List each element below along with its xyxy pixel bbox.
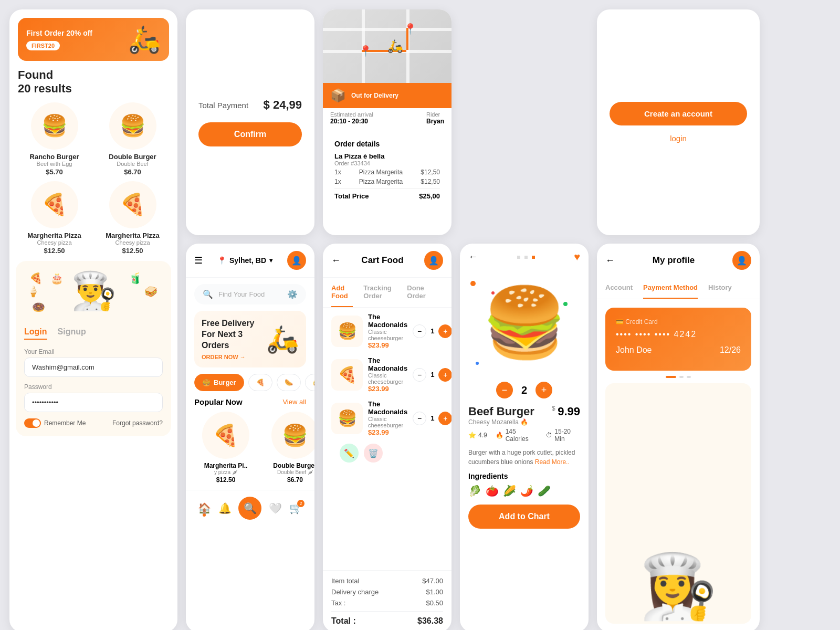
nav-home-icon[interactable]: 🏠 [198,502,211,514]
map-road-h1 [323,28,452,31]
login-link[interactable]: login [670,134,687,143]
arrival-label: Estimated arrival [330,111,373,118]
search-input[interactable]: Find Your Food [218,290,282,298]
food-image: 🍔 [31,102,78,150]
toggle-switch[interactable] [24,418,41,428]
deco-dot-3 [563,302,568,306]
tab-signup[interactable]: Signup [58,327,86,340]
food-name: Margherita Pizza [18,232,91,239]
time-stat: ⏱ 15-20 Min [546,428,580,443]
category-pizza[interactable]: 🍕 [248,374,272,391]
chef-profile-image: 👩‍🍳 [605,383,751,624]
nav-cart-icon[interactable]: 🛒2 [289,502,302,514]
remember-me-toggle[interactable]: Remember Me [24,418,86,428]
login-section: 🍕 🎂 🧃 🍦 🥪 🍩 👨‍🍳 Login Signup Your Email [16,261,171,436]
profile-title: My profile [653,255,695,266]
list-item[interactable]: 🍔 Rancho Burger Beef with Egg $5.70 [18,102,91,176]
forgot-password-link[interactable]: Forgot password? [112,419,163,427]
delivery-info-row: Estimated arrival 20:10 - 20:30 Rider Br… [323,108,452,128]
drink-deco-icon: 🧃 [129,272,142,285]
list-item: 🍕 The Macdonalds Classic cheeseburger $2… [331,356,443,393]
tab-payment-method[interactable]: Payment Method [643,277,698,299]
icecream-deco-icon: 🍦 [27,285,40,298]
qty-minus-button[interactable]: − [413,324,426,338]
list-item[interactable]: 🍕 Margherita Pizza Cheesy pizza $12.50 [96,181,169,255]
food-name: Margherita Pizza [96,232,169,239]
search-bar[interactable]: 🔍 Find Your Food ⚙️ [194,284,306,304]
order-total: Total Price $25,00 [334,188,440,200]
cake-deco-icon: 🎂 [50,272,64,285]
location-selector[interactable]: 📍 Sylhet, BD ▾ [217,256,272,265]
filter-icon[interactable]: ⚙️ [287,289,298,299]
pizza-cat-icon: 🍕 [256,379,265,386]
cart-back-icon[interactable]: ← [331,255,341,266]
quantity-control: − 1 + [413,324,452,338]
qty-plus-button[interactable]: + [536,382,552,398]
add-to-cart-button[interactable]: Add to Chart [468,505,580,529]
password-field[interactable] [24,393,163,412]
cart-item-info: The Macdonalds Classic cheeseburger $23.… [368,356,407,393]
qty-number: 1 [430,414,434,422]
back-button[interactable]: ← [468,251,478,262]
rider-info: Rider Bryan [426,111,444,125]
qty-plus-button[interactable]: + [438,324,452,338]
list-item[interactable]: 🍔 Double Burger Double Beef $6.70 [96,102,169,176]
hero-cta[interactable]: ORDER NOW → [202,354,266,360]
tab-login[interactable]: Login [24,327,47,340]
list-item[interactable]: 🍔 Double Burger Double Beef 🌶 $6.70 [264,412,314,484]
nav-heart-icon[interactable]: 🤍 [269,502,282,514]
hamburger-menu-icon[interactable]: ☰ [194,255,203,266]
scooter-icon: 🛵 [128,24,161,55]
delete-button[interactable]: 🗑️ [364,444,383,463]
chevron-down-icon: ▾ [269,257,272,264]
category-hotdog[interactable]: 🌭 [277,374,301,391]
order-item-1-qty: 1x [334,169,341,176]
confirm-button[interactable]: Confirm [198,122,302,146]
ingredient-item: 🥒 [538,485,551,497]
list-item[interactable]: 🍕 Margherita Pi.. y pizza 🌶 $12.50 [194,412,257,484]
cart-item-price: $23.99 [368,341,407,349]
user-avatar[interactable]: 👤 [287,251,306,270]
category-taco[interactable]: 🌮 [305,374,314,391]
cart-badge: 2 [297,500,304,507]
payment-amount: $ 24,99 [264,98,302,112]
popular-item-sub: Double Beef 🌶 [264,469,314,475]
profile-back-icon[interactable]: ← [605,255,615,266]
account-card: Create an account login [597,9,760,235]
qty-plus-button[interactable]: + [438,368,452,382]
cart-item-name: The Macdonalds [368,356,407,372]
total-value: $36.38 [417,616,443,626]
tab-add-food[interactable]: Add Food [331,278,353,307]
view-all-button[interactable]: View all [282,398,306,406]
order-item-1-price: $12,50 [421,169,440,176]
tab-done-order[interactable]: Done Order [407,278,433,307]
qty-minus-button[interactable]: − [496,382,513,398]
read-more-link[interactable]: Read More.. [535,458,570,466]
card-expiry: 12/26 [720,345,741,355]
cart-item-info: The Macdonalds Classic cheeseburger $23.… [368,400,407,436]
qty-plus-button[interactable]: + [438,412,452,425]
tab-account[interactable]: Account [605,277,633,299]
detail-header-dots [517,256,535,259]
qty-minus-button[interactable]: − [413,412,426,425]
food-price: $6.70 [96,168,169,176]
cart-card: ← Cart Food 👤 Add Food Tracking Order Do… [323,244,452,630]
popular-item-price: $12.50 [194,476,257,484]
tab-tracking-order[interactable]: Tracking Order [363,278,396,307]
delivery-box-icon: 📦 [330,88,346,103]
category-burger[interactable]: 🍔 Burger [194,374,244,391]
food-image: 🍔 [109,102,156,150]
nav-bell-icon[interactable]: 🔔 [218,502,232,514]
food-image: 🍕 [31,181,78,228]
list-item[interactable]: 🍕 Margherita Pizza Cheesy pizza $12.50 [18,181,91,255]
edit-button[interactable]: ✏️ [340,444,359,463]
tab-history[interactable]: History [708,277,732,299]
nav-search-fab[interactable]: 🔍 [238,497,261,520]
email-field[interactable] [24,358,163,377]
ingredient-item: 🥬 [468,485,481,497]
deco-dot-4 [476,362,479,365]
form-options: Remember Me Forgot password? [24,418,163,428]
favorite-button[interactable]: ♥ [574,251,580,263]
qty-minus-button[interactable]: − [413,368,426,382]
create-account-button[interactable]: Create an account [610,102,747,125]
